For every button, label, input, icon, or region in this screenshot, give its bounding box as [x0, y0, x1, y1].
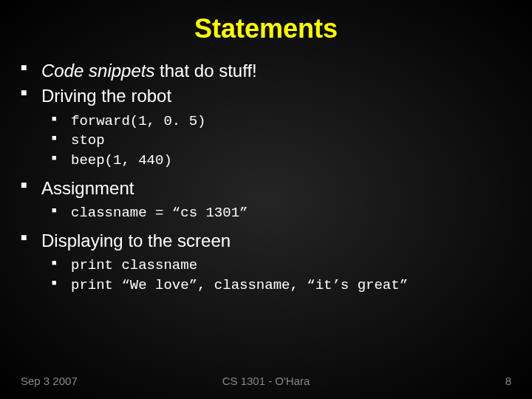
bullet-text: Assignment	[41, 178, 134, 198]
code-text: classname = “cs 1301”	[71, 205, 248, 221]
footer: Sep 3 2007 CS 1301 - O'Hara 8	[0, 375, 532, 387]
footer-date: Sep 3 2007	[21, 375, 78, 387]
bullet-text: that do stuff!	[154, 61, 256, 81]
slide: Statements Code snippets that do stuff! …	[0, 0, 532, 399]
slide-content: Code snippets that do stuff! Driving the…	[0, 59, 532, 295]
code-text: beep(1, 440)	[71, 152, 172, 168]
bullet-text-italic: Code snippets	[41, 61, 154, 81]
code-text: print classname	[71, 257, 197, 273]
sub-bullet-item: beep(1, 440)	[52, 151, 511, 171]
bullet-item: Assignment classname = “cs 1301”	[21, 177, 511, 223]
slide-title: Statements	[0, 0, 532, 59]
code-text: print “We love”, classname, “it’s great”	[71, 277, 408, 293]
sub-bullet-item: classname = “cs 1301”	[52, 203, 511, 223]
bullet-text: Driving the robot	[41, 86, 171, 106]
sub-bullet-item: forward(1, 0. 5)	[52, 112, 511, 132]
sub-bullet-list: print classname print “We love”, classna…	[41, 256, 511, 295]
sub-bullet-item: print classname	[52, 256, 511, 276]
footer-course: CS 1301 - O'Hara	[222, 375, 310, 387]
bullet-item: Code snippets that do stuff!	[21, 59, 511, 83]
bullet-item: Driving the robot forward(1, 0. 5) stop …	[21, 84, 511, 170]
sub-bullet-list: classname = “cs 1301”	[41, 203, 511, 223]
sub-bullet-item: stop	[52, 131, 511, 151]
bullet-item: Displaying to the screen print classname…	[21, 229, 511, 296]
footer-page-number: 8	[505, 375, 511, 387]
bullet-list: Code snippets that do stuff! Driving the…	[21, 59, 511, 295]
code-text: forward(1, 0. 5)	[71, 113, 205, 129]
bullet-text: Displaying to the screen	[41, 231, 231, 250]
code-text: stop	[71, 132, 105, 149]
sub-bullet-list: forward(1, 0. 5) stop beep(1, 440)	[41, 112, 511, 171]
sub-bullet-item: print “We love”, classname, “it’s great”	[52, 276, 511, 296]
